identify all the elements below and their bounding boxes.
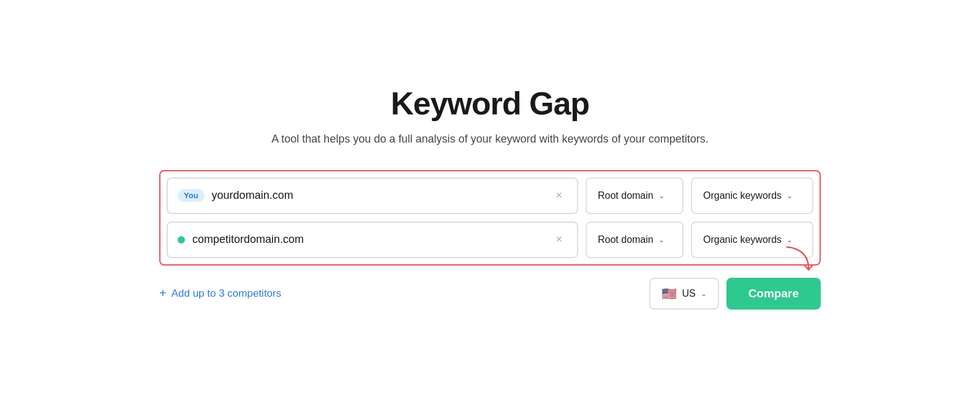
country-label: US (682, 288, 695, 299)
domain-row-1: You × Root domain ⌄ Organic keywords ⌄ (167, 177, 813, 214)
domain-row-2: × Root domain ⌄ Organic keywords ⌄ (167, 221, 813, 258)
page-title: Keyword Gap (391, 85, 589, 122)
page-subtitle: A tool that helps you do a full analysis… (271, 133, 708, 146)
plus-icon: + (159, 286, 167, 300)
chevron-icon-4: ⌄ (786, 236, 793, 244)
chevron-icon-2: ⌄ (786, 191, 793, 200)
keyword-type-label-2: Organic keywords (703, 234, 782, 245)
country-dropdown[interactable]: 🇺🇸 US ⌄ (649, 278, 718, 310)
highlighted-domain-group: You × Root domain ⌄ Organic keywords ⌄ (159, 170, 821, 266)
chevron-icon-3: ⌄ (658, 236, 665, 244)
main-form: You × Root domain ⌄ Organic keywords ⌄ (159, 170, 821, 310)
right-controls: 🇺🇸 US ⌄ Compare (649, 278, 821, 310)
clear-button-2[interactable]: × (551, 231, 567, 248)
domain-input-wrapper-2: × (167, 221, 578, 258)
chevron-icon-5: ⌄ (701, 289, 707, 298)
keyword-type-dropdown-2[interactable]: Organic keywords ⌄ (691, 221, 813, 258)
domain-type-label-1: Root domain (598, 190, 654, 201)
domain-input-wrapper-1: You × (167, 177, 578, 214)
add-competitors-button[interactable]: + Add up to 3 competitors (159, 281, 281, 305)
chevron-icon-1: ⌄ (658, 191, 665, 200)
compare-button[interactable]: Compare (726, 278, 821, 310)
domain-type-label-2: Root domain (598, 234, 654, 245)
domain-type-dropdown-1[interactable]: Root domain ⌄ (586, 177, 684, 214)
add-competitors-label: Add up to 3 competitors (172, 288, 282, 300)
keyword-type-dropdown-1[interactable]: Organic keywords ⌄ (691, 177, 813, 214)
keyword-type-label-1: Organic keywords (703, 190, 782, 201)
compare-button-wrapper: Compare (726, 278, 821, 310)
bottom-row: + Add up to 3 competitors 🇺🇸 US ⌄ (159, 278, 821, 310)
page-container: Keyword Gap A tool that helps you do a f… (123, 61, 858, 334)
you-badge: You (178, 189, 205, 202)
domain-input-2[interactable] (192, 233, 551, 246)
domain-type-dropdown-2[interactable]: Root domain ⌄ (586, 221, 684, 258)
clear-button-1[interactable]: × (551, 187, 567, 204)
domain-input-1[interactable] (212, 189, 551, 202)
green-dot-icon (178, 236, 185, 243)
flag-icon: 🇺🇸 (662, 286, 677, 301)
